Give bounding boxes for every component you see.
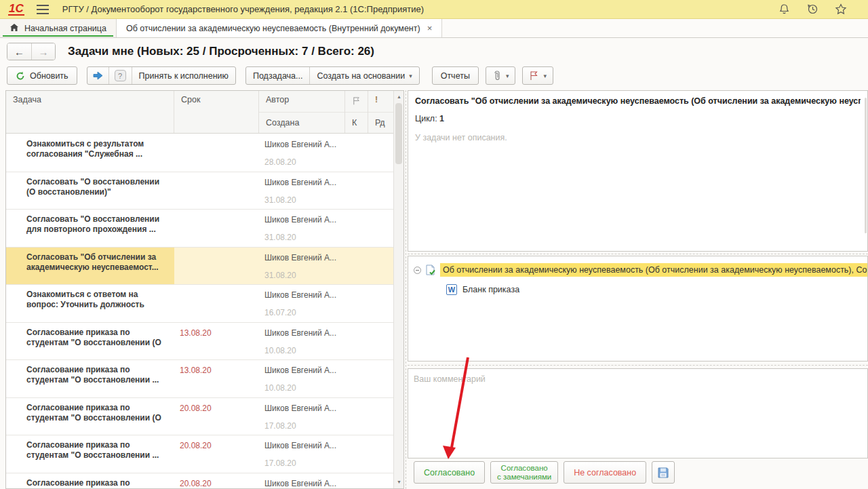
subtask-label: Подзадача... <box>253 71 303 81</box>
created-date: 17.08.20 <box>264 421 345 431</box>
attachment-file-row[interactable]: W Бланк приказа <box>446 281 867 298</box>
question-button[interactable]: ? <box>108 67 132 84</box>
nav-row: ← → Задачи мне (Новых: 25 / Просроченных… <box>0 38 868 65</box>
cycle-line: Цикл: 1 <box>415 114 861 123</box>
cycle-label: Цикл: <box>415 114 437 123</box>
accept-button[interactable]: Принять к исполнению <box>132 67 235 84</box>
scrollbar-thumb[interactable] <box>395 103 402 164</box>
task-title: Согласовать "Об отчислении за академичес… <box>415 96 861 106</box>
created-date: 10.08.20 <box>264 383 345 393</box>
approved-button[interactable]: Согласовано <box>414 461 485 484</box>
attachment-document-row[interactable]: Об отчислении за академическую неуспевае… <box>414 262 867 278</box>
task-list-scrollbar[interactable]: ▲ ▼ <box>393 91 403 488</box>
table-row[interactable]: Согласование приказа постудентам "О восс… <box>6 398 394 436</box>
flag-button[interactable]: ▾ <box>522 66 553 85</box>
table-row[interactable]: Согласовать "О восстановлении(О восстано… <box>6 172 394 210</box>
execute-group: ? Принять к исполнению <box>87 66 236 85</box>
approved-remarks-line1: Согласовано <box>501 464 548 473</box>
scroll-down-icon[interactable]: ▼ <box>394 477 404 487</box>
task-rows: Ознакомиться с результатомсогласования "… <box>6 134 394 489</box>
k-column-label: К <box>352 113 368 128</box>
toolbar: Обновить ? Принять к исполнению Подзадач… <box>0 66 868 88</box>
column-header-task[interactable]: Задача <box>6 91 174 133</box>
main-menu-icon[interactable] <box>37 5 49 14</box>
flag-cell <box>345 134 368 172</box>
tab-home[interactable]: Начальная страница <box>0 19 117 37</box>
attachment-document-title[interactable]: Об отчислении за академическую неуспевае… <box>440 263 867 277</box>
notifications-bell-icon[interactable] <box>777 3 791 16</box>
reports-button[interactable]: Отчеты <box>432 66 479 85</box>
flag-cell <box>345 210 368 247</box>
table-row[interactable]: Согласование приказа постудентам "О восс… <box>6 435 394 473</box>
scroll-up-icon[interactable]: ▲ <box>394 92 404 102</box>
favorites-star-icon[interactable] <box>834 3 848 16</box>
column-header-flag[interactable]: К <box>345 91 368 133</box>
table-row[interactable]: Ознакомиться с ответом навопрос: Уточнит… <box>6 285 394 323</box>
importance-cell <box>368 473 394 489</box>
due-date <box>174 134 259 172</box>
created-date: 16.07.20 <box>264 308 345 317</box>
flag-icon <box>529 71 539 81</box>
author-name: Шиков Евгений А... <box>264 140 345 149</box>
importance-cell <box>368 360 394 397</box>
table-row[interactable]: Ознакомиться с результатомсогласования "… <box>6 134 394 172</box>
paperclip-icon <box>492 71 502 81</box>
vertical-splitter[interactable] <box>406 90 406 489</box>
title-bar: 1С РГТУ / Документооборот государственно… <box>0 0 868 19</box>
horizontal-splitter[interactable] <box>408 254 868 254</box>
collapse-icon[interactable] <box>414 267 421 274</box>
search-icon[interactable] <box>863 3 868 16</box>
horizontal-splitter[interactable] <box>408 365 868 366</box>
column-header-importance[interactable]: ! Рд <box>368 91 394 133</box>
forward-task-button[interactable] <box>87 67 108 84</box>
due-date: 20.08.20 <box>174 473 259 489</box>
due-date <box>174 210 259 247</box>
column-header-author[interactable]: Автор Создана <box>259 91 345 133</box>
floppy-disk-icon <box>657 467 669 479</box>
flag-cell <box>345 360 368 397</box>
forward-button[interactable]: → <box>31 43 55 60</box>
tab-document[interactable]: Об отчислении за академическую неуспевае… <box>117 19 442 37</box>
flag-cell <box>345 323 368 360</box>
table-row[interactable]: Согласование приказа по 20.08.20 Шиков Е… <box>6 473 394 489</box>
table-row[interactable]: Согласование приказа постудентам "О восс… <box>6 323 394 361</box>
author-name: Шиков Евгений А... <box>264 290 345 300</box>
created-date: 17.08.20 <box>264 458 345 468</box>
tab-close-icon[interactable]: × <box>427 23 433 33</box>
save-button[interactable] <box>652 461 675 484</box>
attachments-button[interactable]: ▾ <box>486 66 516 85</box>
created-date: 10.08.20 <box>264 346 345 355</box>
due-date <box>174 248 259 285</box>
column-header-due[interactable]: Срок <box>174 91 259 133</box>
accept-label: Принять к исполнению <box>139 71 229 81</box>
table-row[interactable]: Согласовать "Об отчислении заакадемическ… <box>6 248 394 286</box>
refresh-button[interactable]: Обновить <box>7 66 77 85</box>
document-check-icon <box>425 265 436 276</box>
flag-cell <box>345 172 368 210</box>
refresh-icon <box>16 71 25 81</box>
question-icon: ? <box>115 70 126 81</box>
table-row[interactable]: Согласование приказа постудентам "О восс… <box>6 360 394 398</box>
due-date <box>174 172 259 210</box>
create-based-button[interactable]: Создать на основании ▾ <box>309 67 418 84</box>
author-name: Шиков Евгений А... <box>264 215 345 224</box>
approved-with-remarks-button[interactable]: Согласовано с замечаниями <box>490 461 558 484</box>
back-button[interactable]: ← <box>7 43 31 60</box>
comment-input[interactable] <box>408 369 867 458</box>
flag-cell <box>345 285 368 322</box>
importance-cell <box>368 210 394 247</box>
due-date: 20.08.20 <box>174 435 259 473</box>
subtask-button[interactable]: Подзадача... <box>246 67 310 84</box>
author-name: Шиков Евгений А... <box>264 328 345 338</box>
author-name: Шиков Евгений А... <box>264 178 345 187</box>
importance-cell <box>368 323 394 360</box>
flag-icon <box>352 96 361 106</box>
not-approved-button[interactable]: Не согласовано <box>564 461 646 484</box>
1c-logo-icon: 1С <box>8 3 24 16</box>
action-buttons: Согласовано Согласовано с замечаниями Не… <box>414 461 675 484</box>
task-table-header: Задача Срок Автор Создана К ! Рд <box>6 91 394 134</box>
chevron-down-icon: ▾ <box>409 73 412 79</box>
history-icon[interactable] <box>806 3 819 16</box>
details-scrollbar[interactable] <box>865 98 867 233</box>
table-row[interactable]: Согласовать "О восстановлениидля повторн… <box>6 210 394 248</box>
